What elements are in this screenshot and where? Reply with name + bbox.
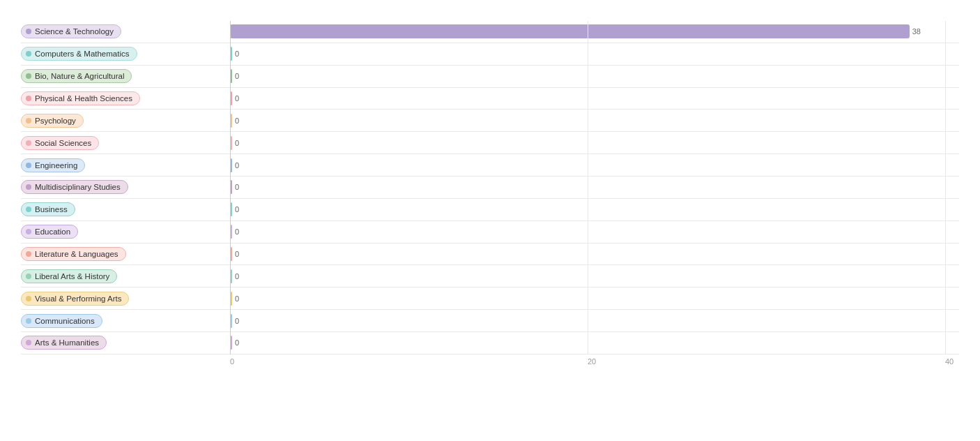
bar-fill: 38 — [230, 24, 910, 38]
bar-row: Science & Technology38 — [21, 21, 959, 43]
bar-value-label: 0 — [235, 227, 239, 236]
bar-label-area: Communications — [21, 314, 230, 328]
bar-graph-area: 0 — [230, 292, 959, 306]
bar-value-label: 0 — [235, 250, 239, 258]
chart-area: Science & Technology38Computers & Mathem… — [21, 21, 959, 371]
bar-dot — [26, 163, 31, 168]
bar-value-label: 0 — [235, 94, 239, 103]
bar-pill: Business — [21, 202, 75, 216]
bar-label: Bio, Nature & Agricultural — [35, 72, 124, 80]
bar-row: Liberal Arts & History0 — [21, 265, 959, 287]
bar-row: Education0 — [21, 221, 959, 244]
bar-row: Literature & Languages0 — [21, 244, 959, 266]
bar-graph-area: 38 — [230, 24, 959, 38]
bar-value-label: 0 — [235, 272, 239, 281]
bar-label-area: Physical & Health Sciences — [21, 91, 230, 105]
bar-pill: Arts & Humanities — [21, 336, 107, 350]
bar-value-label: 0 — [235, 183, 239, 191]
bar-pill: Physical & Health Sciences — [21, 91, 140, 105]
bar-value-label: 0 — [235, 161, 239, 170]
bar-fill: 0 — [230, 202, 232, 216]
bar-label-area: Multidisciplinary Studies — [21, 180, 230, 194]
bar-pill: Social Sciences — [21, 136, 99, 150]
bar-dot — [26, 118, 31, 124]
bar-fill: 0 — [230, 91, 232, 105]
bar-dot — [26, 340, 31, 345]
bar-value-label: 0 — [235, 72, 239, 80]
bar-value-label: 0 — [235, 117, 239, 125]
bar-pill: Literature & Languages — [21, 247, 126, 261]
bar-label: Arts & Humanities — [35, 338, 99, 347]
bar-fill: 0 — [230, 225, 232, 239]
bar-dot — [26, 29, 31, 34]
bar-pill: Multidisciplinary Studies — [21, 180, 128, 194]
bar-label: Business — [35, 205, 68, 214]
bar-label: Visual & Performing Arts — [35, 294, 121, 303]
bar-value-label: 0 — [235, 50, 239, 58]
bar-value-label: 0 — [235, 139, 239, 147]
bar-label-area: Arts & Humanities — [21, 336, 230, 350]
bar-pill: Education — [21, 225, 78, 239]
bar-label-area: Liberal Arts & History — [21, 269, 230, 283]
bar-label-area: Computers & Mathematics — [21, 47, 230, 61]
bar-graph-area: 0 — [230, 247, 959, 261]
bar-fill: 0 — [230, 314, 232, 328]
bar-row: Visual & Performing Arts0 — [21, 287, 959, 310]
bar-dot — [26, 207, 31, 212]
bar-graph-area: 0 — [230, 158, 959, 172]
bar-pill: Computers & Mathematics — [21, 47, 137, 61]
bar-row: Social Sciences0 — [21, 132, 959, 154]
bars-section: Science & Technology38Computers & Mathem… — [21, 21, 959, 354]
bar-graph-area: 0 — [230, 180, 959, 194]
bar-fill: 0 — [230, 136, 232, 150]
bar-label: Computers & Mathematics — [35, 50, 130, 58]
x-axis: 02040 — [230, 357, 959, 371]
bar-label: Social Sciences — [35, 139, 91, 147]
bar-label-area: Social Sciences — [21, 136, 230, 150]
bar-graph-area: 0 — [230, 314, 959, 328]
bar-dot — [26, 96, 31, 101]
bar-graph-area: 0 — [230, 136, 959, 150]
bar-dot — [26, 51, 31, 57]
bar-dot — [26, 274, 31, 279]
bar-fill: 0 — [230, 180, 232, 194]
bar-row: Arts & Humanities0 — [21, 332, 959, 354]
bar-graph-area: 0 — [230, 336, 959, 350]
bar-label: Liberal Arts & History — [35, 272, 109, 281]
bar-label: Physical & Health Sciences — [35, 94, 132, 103]
bar-pill: Liberal Arts & History — [21, 269, 117, 283]
bar-fill: 0 — [230, 114, 232, 128]
bar-label: Multidisciplinary Studies — [35, 183, 121, 191]
bar-fill: 0 — [230, 69, 232, 83]
bar-pill: Psychology — [21, 114, 84, 128]
bar-label-area: Visual & Performing Arts — [21, 292, 230, 306]
bar-graph-area: 0 — [230, 47, 959, 61]
bar-label-area: Literature & Languages — [21, 247, 230, 261]
bar-dot — [26, 318, 31, 324]
bar-pill: Visual & Performing Arts — [21, 292, 129, 306]
bar-label-area: Business — [21, 202, 230, 216]
bar-label-area: Science & Technology — [21, 24, 230, 38]
bar-label: Communications — [35, 317, 95, 325]
bar-graph-area: 0 — [230, 202, 959, 216]
bar-dot — [26, 73, 31, 79]
bar-row: Multidisciplinary Studies0 — [21, 177, 959, 199]
bar-graph-area: 0 — [230, 91, 959, 105]
bar-graph-area: 0 — [230, 269, 959, 283]
bar-pill: Engineering — [21, 158, 85, 172]
bar-row: Communications0 — [21, 310, 959, 332]
bar-value-label: 0 — [235, 294, 239, 303]
bar-label-area: Education — [21, 225, 230, 239]
bar-graph-area: 0 — [230, 114, 959, 128]
x-axis-label: 40 — [945, 357, 954, 366]
bar-label: Psychology — [35, 117, 76, 125]
bar-label: Science & Technology — [35, 27, 114, 36]
bar-dot — [26, 184, 31, 190]
bar-fill: 0 — [230, 247, 232, 261]
bar-row: Physical & Health Sciences0 — [21, 88, 959, 110]
bar-graph-area: 0 — [230, 69, 959, 83]
bar-dot — [26, 296, 31, 301]
bar-label: Engineering — [35, 161, 77, 170]
bar-pill: Communications — [21, 314, 102, 328]
bar-value-label: 0 — [235, 338, 239, 347]
